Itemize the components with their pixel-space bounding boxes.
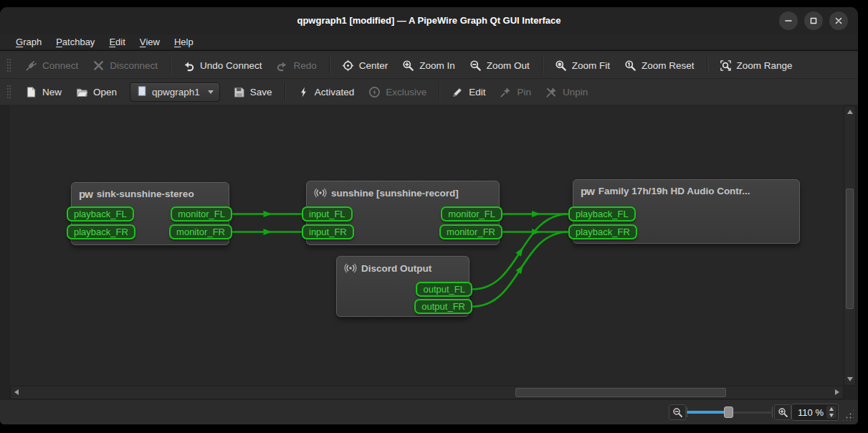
menu-view[interactable]: View bbox=[133, 34, 167, 49]
unpin-icon bbox=[545, 86, 558, 98]
port-input_FL[interactable]: input_FL bbox=[302, 206, 353, 222]
audio-node-icon bbox=[344, 262, 357, 275]
new-icon bbox=[25, 86, 37, 98]
toolbar-separator bbox=[285, 83, 285, 100]
toolbar-button-label: Save bbox=[250, 87, 272, 97]
disconnect-button[interactable]: Disconnect bbox=[85, 55, 165, 76]
toolbar-drag-handle[interactable] bbox=[6, 58, 11, 72]
menu-patchbay[interactable]: Patchbay bbox=[49, 34, 102, 49]
new-button[interactable]: New bbox=[18, 82, 69, 103]
connect-button[interactable]: Connect bbox=[18, 55, 85, 76]
titlebar[interactable]: qpwgraph1 [modified] — A PipeWire Graph … bbox=[0, 7, 858, 34]
toolbar-button-label: Activated bbox=[315, 87, 355, 97]
zoom-out-button[interactable]: Zoom Out bbox=[462, 55, 537, 76]
exclusive-bolt-icon bbox=[368, 86, 381, 98]
toolbar-button-label: Connect bbox=[42, 60, 78, 71]
toolbar-button-label: Zoom Range bbox=[737, 60, 793, 71]
node-header: Discord Output bbox=[337, 257, 469, 280]
port-playback_FR[interactable]: playback_FR bbox=[67, 224, 135, 239]
exclusive-button[interactable]: Exclusive bbox=[361, 82, 434, 103]
node-header: pwFamily 17h/19h HD Audio Contr... bbox=[573, 180, 799, 202]
port-playback_FL[interactable]: playback_FL bbox=[568, 206, 636, 222]
toolbar-button-label: Redo bbox=[293, 60, 316, 71]
activated-bolt-icon bbox=[297, 86, 310, 98]
scroll-down-arrow-icon[interactable] bbox=[847, 377, 853, 381]
pipewire-icon: pw bbox=[581, 185, 594, 197]
toolbar-patchbay: NewOpenqpwgraph1SaveActivatedExclusiveEd… bbox=[0, 79, 858, 105]
horizontal-scroll-thumb[interactable] bbox=[515, 388, 726, 397]
undo-connect-button[interactable]: Undo Connect bbox=[176, 55, 269, 76]
toolbar-button-label: Undo Connect bbox=[200, 60, 262, 71]
resize-grip[interactable] bbox=[841, 409, 854, 421]
scroll-right-arrow-icon[interactable] bbox=[835, 389, 839, 395]
node-header: sunshine [sunshine-record] bbox=[307, 181, 499, 204]
vertical-scroll-thumb[interactable] bbox=[846, 189, 854, 309]
vertical-scrollbar[interactable] bbox=[844, 105, 856, 386]
spin-down-icon[interactable] bbox=[829, 414, 834, 417]
toolbar-separator bbox=[170, 57, 171, 74]
zoom-slider[interactable] bbox=[687, 404, 773, 420]
center-button[interactable]: Center bbox=[335, 55, 396, 76]
app-window: qpwgraph1 [modified] — A PipeWire Graph … bbox=[0, 7, 858, 424]
toolbar-graph: ConnectDisconnectUndo ConnectRedoCenterZ… bbox=[0, 52, 858, 79]
horizontal-scrollbar[interactable] bbox=[10, 386, 844, 399]
zoom-out-icon bbox=[469, 60, 482, 72]
toolbar-button-label: Zoom Out bbox=[487, 60, 530, 71]
toolbar-drag-handle[interactable] bbox=[6, 85, 11, 99]
node-title: sink-sunshine-stereo bbox=[97, 189, 194, 199]
zoom-percent-spinbox[interactable]: 110 % bbox=[791, 404, 839, 421]
minimize-button[interactable] bbox=[779, 11, 798, 30]
redo-button[interactable]: Redo bbox=[269, 55, 323, 76]
edit-button[interactable]: Edit bbox=[444, 82, 492, 103]
close-button[interactable] bbox=[829, 11, 848, 30]
activated-button[interactable]: Activated bbox=[290, 82, 362, 103]
patchbay-select-combobox[interactable]: qpwgraph1 bbox=[130, 82, 220, 102]
unpin-button[interactable]: Unpin bbox=[538, 82, 595, 103]
port-playback_FL[interactable]: playback_FL bbox=[67, 206, 134, 222]
menu-edit[interactable]: Edit bbox=[102, 34, 132, 49]
port-monitor_FR[interactable]: monitor_FR bbox=[439, 224, 502, 239]
port-output_FL[interactable]: output_FL bbox=[416, 282, 472, 297]
port-playback_FR[interactable]: playback_FR bbox=[568, 224, 637, 239]
statusbar-zoom-out-button[interactable] bbox=[669, 404, 686, 420]
statusbar-zoom-in-button[interactable] bbox=[774, 404, 791, 420]
port-output_FR[interactable]: output_FR bbox=[414, 299, 472, 314]
scroll-up-arrow-icon[interactable] bbox=[847, 110, 853, 114]
node-title: Discord Output bbox=[361, 263, 431, 274]
port-monitor_FR[interactable]: monitor_FR bbox=[169, 224, 232, 239]
toolbar-button-label: Center bbox=[359, 60, 388, 71]
toolbar-button-label: Zoom Reset bbox=[642, 60, 695, 71]
pin-button[interactable]: Pin bbox=[492, 82, 538, 103]
graph-canvas[interactable]: pwsink-sunshine-stereoplayback_FLplaybac… bbox=[10, 105, 844, 386]
redo-icon bbox=[276, 60, 288, 72]
maximize-button[interactable] bbox=[804, 11, 823, 30]
spin-up-icon[interactable] bbox=[829, 407, 834, 411]
open-button[interactable]: Open bbox=[69, 82, 124, 103]
slider-handle[interactable] bbox=[724, 406, 733, 418]
toolbar-button-label: Zoom Fit bbox=[572, 60, 610, 71]
zoom-fit-button[interactable]: Zoom Fit bbox=[548, 55, 617, 76]
combobox-value: qpwgraph1 bbox=[152, 87, 200, 97]
toolbar-button-label: New bbox=[42, 87, 62, 97]
zoom-in-icon bbox=[402, 60, 414, 72]
spinbox-arrows[interactable] bbox=[826, 406, 836, 419]
edit-pencil-icon bbox=[452, 86, 464, 98]
save-button[interactable]: Save bbox=[226, 82, 280, 103]
connection-wires bbox=[10, 105, 844, 386]
screen: qpwgraph1 [modified] — A PipeWire Graph … bbox=[0, 0, 868, 433]
zoom-reset-button[interactable]: Zoom Reset bbox=[617, 55, 702, 76]
zoom-in-button[interactable]: Zoom In bbox=[395, 55, 462, 76]
port-monitor_FL[interactable]: monitor_FL bbox=[171, 206, 232, 222]
scroll-left-arrow-icon[interactable] bbox=[14, 389, 19, 395]
undo-icon bbox=[183, 60, 195, 72]
menu-graph[interactable]: Graph bbox=[9, 34, 49, 49]
menu-help[interactable]: Help bbox=[167, 34, 201, 49]
port-monitor_FL[interactable]: monitor_FL bbox=[441, 206, 502, 222]
slider-fill bbox=[687, 411, 728, 414]
port-input_FR[interactable]: input_FR bbox=[302, 224, 354, 239]
window-controls bbox=[779, 11, 848, 30]
zoom-range-button[interactable]: Zoom Range bbox=[712, 55, 800, 76]
toolbar-button-label: Edit bbox=[469, 87, 485, 97]
save-icon bbox=[233, 86, 245, 98]
statusbar: 110 % bbox=[0, 400, 858, 424]
